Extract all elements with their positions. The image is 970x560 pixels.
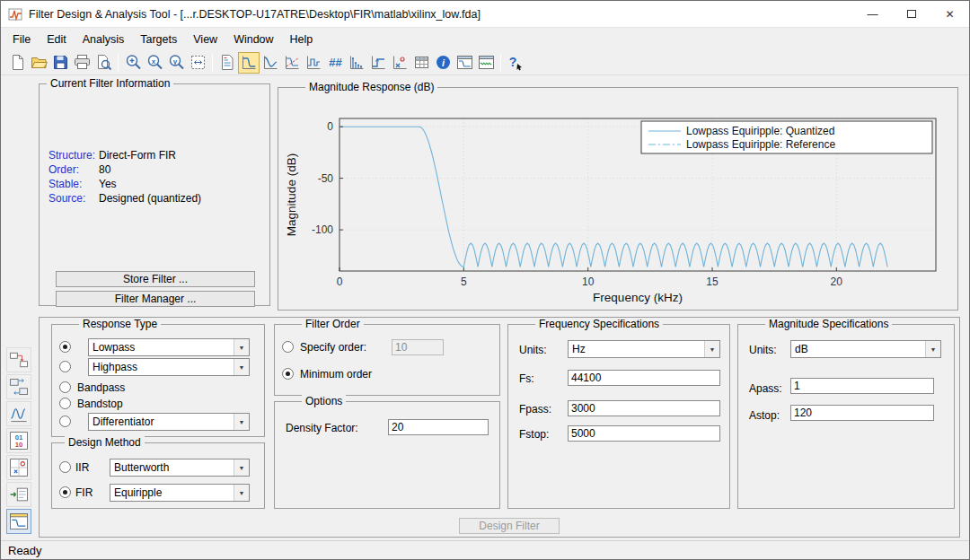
set-quantization-parameters-icon: 0110 <box>8 430 30 451</box>
magnitude-response-chart[interactable]: 051015200-50-100Frequency (kHz)Magnitude… <box>282 95 956 306</box>
frequency-specifications-group: Frequency Specifications Units: Hz▼ Fs: … <box>507 324 730 509</box>
bandpass-radio[interactable] <box>59 381 71 393</box>
magnitude-and-phase-responses-icon[interactable] <box>281 52 303 74</box>
filter-info-row: Order: 80 <box>40 163 269 176</box>
phase-response-icon[interactable] <box>260 52 281 74</box>
iir-radio[interactable] <box>59 461 71 473</box>
design-filter-button[interactable] <box>6 509 31 534</box>
svg-text:Lowpass Equiripple: Reference: Lowpass Equiripple: Reference <box>686 138 835 151</box>
zoom-in-icon[interactable] <box>122 52 144 74</box>
combo-value: dB <box>791 341 925 357</box>
lowpass-type-combo[interactable]: Lowpass▼ <box>88 338 250 356</box>
menu-item-file[interactable]: File <box>4 31 39 48</box>
step-response-icon[interactable] <box>367 52 389 74</box>
impulse-response-icon[interactable] <box>346 52 367 74</box>
bandstop-label: Bandstop <box>77 398 123 410</box>
highpass-type-combo[interactable]: Highpass▼ <box>88 358 250 376</box>
transform-filter-icon <box>8 403 30 424</box>
apass-input[interactable] <box>790 378 934 394</box>
phase-delay-icon[interactable]: ## <box>324 52 346 74</box>
pole-zero-editor-button[interactable] <box>6 455 31 480</box>
filter-manager-button[interactable]: Filter Manager ... <box>56 291 255 307</box>
lowpass-radio[interactable] <box>59 341 71 353</box>
iir-method-combo[interactable]: Butterworth▼ <box>110 459 250 477</box>
panel-title: Current Filter Information <box>47 77 173 90</box>
bandpass-label: Bandpass <box>77 381 125 394</box>
whats-this-help-icon[interactable]: ? <box>505 52 526 74</box>
menu-item-help[interactable]: Help <box>282 31 322 48</box>
save-session-icon[interactable] <box>49 52 71 74</box>
minimum-order-radio[interactable] <box>282 368 294 380</box>
panel-title: Magnitude Response (dB) <box>305 81 437 93</box>
fir-radio[interactable] <box>59 486 71 498</box>
zoom-x-icon[interactable]: x <box>144 52 165 74</box>
units-label: Units: <box>519 344 547 356</box>
combo-value: Equiripple <box>110 485 234 501</box>
magnitude-units-combo[interactable]: dB▼ <box>790 340 941 358</box>
store-filter-button[interactable]: Store Filter ... <box>56 271 255 287</box>
chevron-down-icon: ▼ <box>234 359 249 375</box>
fs-input[interactable] <box>568 370 720 386</box>
import-filter-button[interactable] <box>6 482 31 507</box>
fpass-input[interactable] <box>568 400 720 416</box>
svg-text:0: 0 <box>327 120 333 133</box>
svg-text:5: 5 <box>461 276 467 288</box>
filter-specifications-icon[interactable] <box>216 52 238 74</box>
svg-text:0: 0 <box>337 276 343 288</box>
fpass-label: Fpass: <box>519 403 551 416</box>
round-off-noise-power-spectrum-icon[interactable] <box>475 52 497 74</box>
pole-zero-plot-icon[interactable] <box>389 52 410 74</box>
fir-method-combo[interactable]: Equiripple▼ <box>110 484 250 502</box>
print-preview-icon[interactable] <box>93 52 114 74</box>
group-title: Response Type <box>79 318 161 330</box>
order-value: 80 <box>99 163 110 176</box>
filter-coefficients-icon[interactable] <box>410 52 432 74</box>
minimize-button[interactable]: — <box>853 1 892 27</box>
realize-model-button[interactable] <box>6 347 31 372</box>
fstop-label: Fstop: <box>519 428 549 441</box>
menu-item-targets[interactable]: Targets <box>132 31 185 48</box>
frequency-units-combo[interactable]: Hz▼ <box>568 340 720 358</box>
menu-item-analysis[interactable]: Analysis <box>75 31 133 48</box>
group-delay-response-icon[interactable] <box>303 52 324 74</box>
svg-text:10: 10 <box>15 441 23 449</box>
close-button[interactable]: ✕ <box>930 1 969 27</box>
svg-text:y: y <box>172 57 177 66</box>
menu-item-window[interactable]: Window <box>225 31 281 48</box>
specify-order-radio[interactable] <box>282 341 294 353</box>
toolbar-separator <box>212 54 213 72</box>
create-multirate-filter-button[interactable] <box>6 374 31 399</box>
status-text: Ready <box>8 544 42 557</box>
density-factor-input[interactable] <box>388 419 489 435</box>
fstop-input[interactable] <box>568 425 720 442</box>
transform-filter-button[interactable] <box>6 401 31 426</box>
print-icon[interactable] <box>71 52 93 74</box>
differentiator-radio[interactable] <box>59 416 71 427</box>
magnitude-response-estimate-icon[interactable] <box>454 52 475 74</box>
zoom-y-icon[interactable]: y <box>165 52 187 74</box>
minimum-order-label: Minimum order <box>300 368 372 381</box>
filter-order-group: Filter Order Specify order: Minimum orde… <box>274 324 500 396</box>
magnitude-response-icon[interactable] <box>238 52 260 74</box>
svg-text:x: x <box>151 57 155 66</box>
maximize-button[interactable] <box>892 1 930 27</box>
filter-info-row: Structure: Direct-Form FIR <box>40 149 269 162</box>
new-session-icon[interactable] <box>6 52 28 74</box>
filter-information-icon[interactable]: i <box>432 52 454 74</box>
full-view-icon[interactable] <box>187 52 208 74</box>
menu-item-view[interactable]: View <box>185 31 225 48</box>
astop-label: Astop: <box>749 409 780 422</box>
set-quantization-parameters-button[interactable]: 0110 <box>6 428 31 453</box>
menu-item-edit[interactable]: Edit <box>39 31 75 48</box>
svg-text:-100: -100 <box>312 223 333 236</box>
create-multirate-filter-icon <box>8 376 30 398</box>
specify-order-label: Specify order: <box>300 341 366 354</box>
highpass-radio[interactable] <box>59 361 71 372</box>
chevron-down-icon: ▼ <box>234 339 249 355</box>
bandstop-radio[interactable] <box>59 398 71 409</box>
differentiator-type-combo[interactable]: Differentiator▼ <box>88 413 250 431</box>
svg-text:Frequency (kHz): Frequency (kHz) <box>593 291 683 304</box>
astop-input[interactable] <box>790 405 934 421</box>
open-session-icon[interactable] <box>28 52 49 74</box>
svg-text:10: 10 <box>582 276 595 288</box>
